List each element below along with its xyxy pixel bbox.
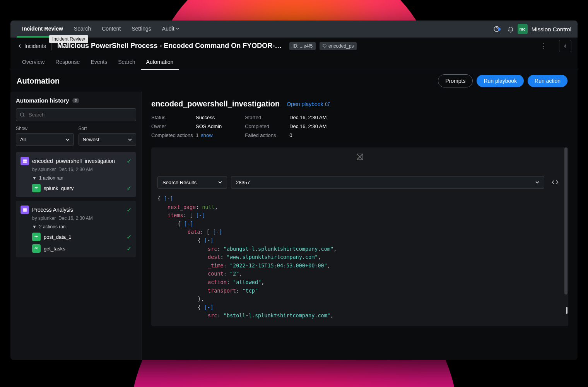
history-meta: by splunker Dec 16, 2:30 AM	[32, 167, 132, 172]
history-title: Process Analysis	[32, 207, 123, 213]
tab-response[interactable]: Response	[50, 55, 85, 70]
action-icon	[32, 184, 41, 192]
search-input[interactable]	[16, 108, 136, 121]
sidebar-title: Automation history 2	[16, 97, 136, 104]
search-box	[16, 108, 136, 121]
playbook-icon	[21, 205, 29, 214]
tab-automation[interactable]: Automation	[141, 55, 179, 70]
incident-title: Malicious PowerShell Process - Encoded C…	[57, 42, 285, 50]
history-expand[interactable]: ▼ 2 actions ran	[32, 224, 132, 229]
app-window: Incident Review Search Content Settings …	[10, 21, 578, 360]
history-action[interactable]: get_tasks ✓	[32, 244, 132, 253]
help-icon[interactable]	[490, 26, 504, 33]
sort-label: Sort	[79, 126, 137, 131]
tab-overview[interactable]: Overview	[17, 55, 50, 70]
svg-rect-7	[23, 208, 25, 210]
history-meta: by splunker Dec 16, 2:30 AM	[32, 216, 132, 221]
svg-rect-8	[25, 208, 27, 210]
bell-icon[interactable]	[504, 26, 518, 33]
history-count-badge: 2	[72, 98, 79, 103]
content: encoded_powershell_investigation Open pl…	[142, 92, 578, 360]
history-title: encoded_powershell_investigation	[32, 158, 123, 164]
tab-events[interactable]: Events	[85, 55, 113, 70]
run-playbook-button[interactable]: Run playbook	[477, 75, 524, 87]
tab-search[interactable]: Search	[113, 55, 140, 70]
action-icon	[32, 244, 41, 253]
brand-badge: mc	[518, 24, 528, 34]
search-results-dropdown[interactable]: Search Results	[157, 176, 227, 189]
check-icon: ✓	[126, 233, 132, 241]
back-button[interactable]: Incidents	[17, 43, 51, 49]
chevron-down-icon	[218, 180, 222, 184]
history-expand[interactable]: ▼ 1 action ran	[32, 175, 132, 181]
code-toggle-icon[interactable]	[548, 175, 562, 189]
check-icon: ✓	[126, 158, 132, 165]
nav-settings[interactable]: Settings	[126, 21, 157, 38]
json-output: { [-] next_page: null, items: [ [-] { [-…	[157, 195, 562, 320]
prompts-button[interactable]: Prompts	[438, 74, 473, 87]
scrollbar[interactable]	[564, 147, 567, 318]
nav-content[interactable]: Content	[96, 21, 126, 38]
check-icon: ✓	[126, 245, 132, 252]
sort-select[interactable]: Newest	[79, 133, 137, 146]
chevron-down-icon	[128, 138, 132, 142]
run-action-button[interactable]: Run action	[528, 75, 567, 87]
svg-rect-10	[25, 210, 27, 212]
svg-rect-3	[23, 159, 25, 161]
show-label: Show	[16, 126, 74, 131]
collapse-panel-icon[interactable]	[559, 40, 571, 52]
show-link[interactable]: show	[201, 132, 212, 138]
page-title: Automation	[17, 77, 60, 86]
sidebar: Automation history 2 Show All Sort	[10, 92, 142, 360]
results-panel: Search Results 28357 { [-] next_page: nu…	[151, 147, 568, 326]
main: Automation history 2 Show All Sort	[10, 92, 578, 360]
action-bar: Automation Prompts Run playbook Run acti…	[10, 70, 578, 92]
chevron-down-icon	[66, 138, 70, 142]
chevron-down-icon	[535, 180, 539, 184]
check-icon: ✓	[126, 185, 132, 192]
nav-audit[interactable]: Audit	[157, 21, 185, 38]
action-icon	[32, 233, 41, 241]
check-icon: ✓	[126, 206, 132, 214]
playbook-icon	[21, 157, 29, 165]
tag-pill[interactable]: encoded_ps	[320, 42, 357, 50]
search-icon	[19, 112, 25, 118]
svg-rect-6	[25, 161, 27, 163]
svg-point-1	[324, 45, 324, 45]
svg-rect-9	[23, 210, 25, 212]
broken-image-icon	[357, 154, 363, 160]
svg-rect-5	[23, 161, 25, 163]
history-action[interactable]: splunk_query ✓	[32, 184, 132, 192]
nav-tooltip: Incident Review	[49, 35, 88, 43]
id-dropdown[interactable]: 28357	[231, 176, 544, 189]
open-playbook-link[interactable]: Open playbook	[287, 101, 330, 107]
brand-text: Mission Control	[532, 26, 571, 33]
content-title: encoded_powershell_investigation	[151, 99, 280, 108]
svg-rect-4	[25, 159, 27, 161]
kebab-menu[interactable]: ⋮	[537, 42, 551, 50]
top-nav: Incident Review Search Content Settings …	[10, 21, 578, 38]
show-select[interactable]: All	[16, 133, 74, 146]
header-row: Incidents Malicious PowerShell Process -…	[10, 38, 578, 55]
history-item[interactable]: encoded_powershell_investigation ✓ by sp…	[16, 152, 136, 197]
meta-grid: StatusSuccess OwnerSOS Admin Completed a…	[151, 115, 568, 138]
history-action[interactable]: post_data_1 ✓	[32, 233, 132, 241]
tabs: Overview Response Events Search Automati…	[10, 55, 578, 70]
svg-point-2	[21, 113, 24, 116]
history-item[interactable]: Process Analysis ✓ by splunker Dec 16, 2…	[16, 201, 136, 257]
id-pill: ID: ...e4f5	[289, 42, 316, 50]
